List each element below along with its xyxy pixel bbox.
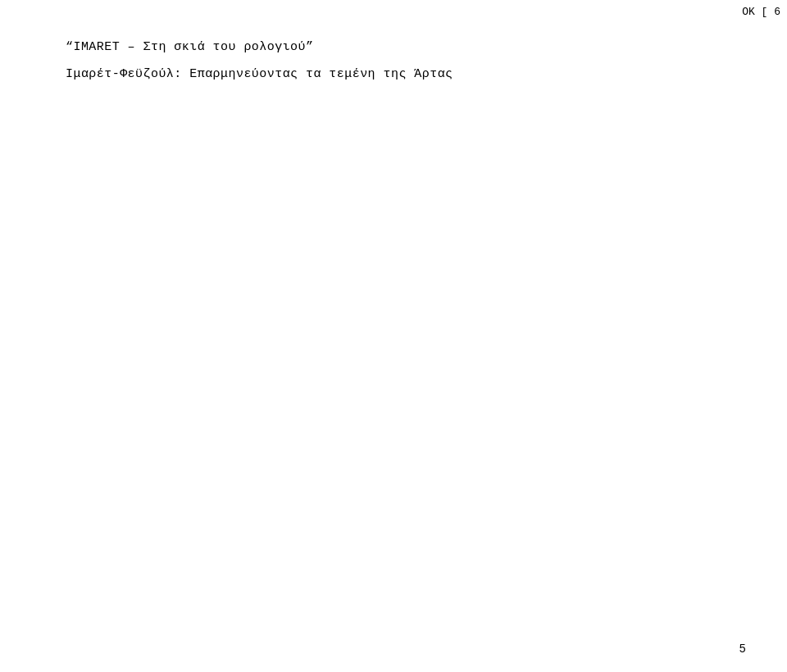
content-area: “IMAREΤ – Στη σκιά του ρολογιού” Ιμαρέτ-…: [0, 24, 787, 130]
subtitle-line: Ιμαρέτ-Φεϋζούλ: Επαρμηνεύοντας τα τεμένη…: [66, 67, 721, 81]
top-bar: OK [ 6: [742, 0, 787, 24]
page: OK [ 6 “IMAREΤ – Στη σκιά του ρολογιού” …: [0, 0, 787, 672]
top-bar-label: OK [ 6: [742, 6, 780, 18]
page-number: 5: [739, 642, 746, 656]
title-line: “IMAREΤ – Στη σκιά του ρολογιού”: [66, 40, 721, 54]
